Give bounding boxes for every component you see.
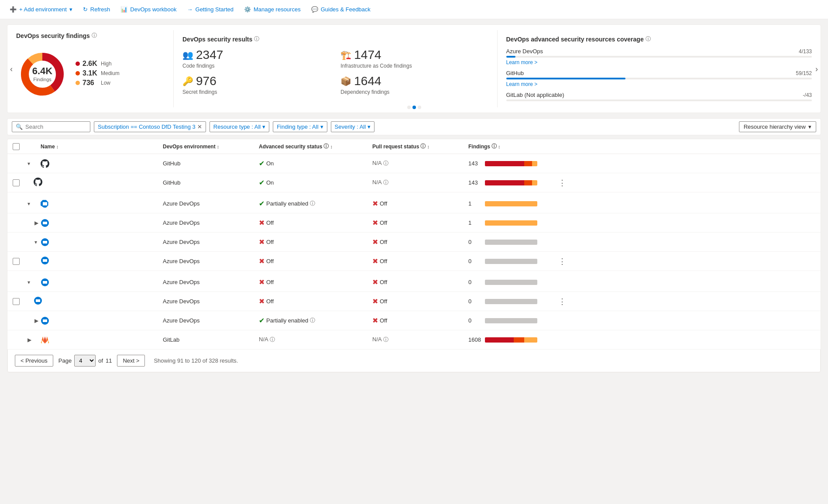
medium-dot: [76, 71, 80, 75]
row-findings: 143: [468, 179, 556, 186]
row-pr-status: ✖ Off: [372, 219, 468, 227]
findings-bar: [485, 180, 537, 185]
findings-bar: [485, 161, 537, 166]
guides-button[interactable]: 💬 Guides & Feedback: [307, 3, 375, 15]
previous-button[interactable]: < Previous: [15, 355, 53, 367]
results-card: DevOps security results ⓘ 👥 2347 Code fi…: [174, 25, 497, 113]
secret-icon: 🔑: [182, 76, 193, 86]
finding-type-filter[interactable]: Finding type : All ▾: [273, 121, 327, 132]
expand-button[interactable]: ▾: [27, 278, 31, 286]
row-checkbox[interactable]: [13, 298, 20, 305]
header-findings[interactable]: Findings ⓘ ↕: [468, 143, 556, 150]
devops-workbook-button[interactable]: 📊 DevOps workbook: [116, 3, 181, 15]
expand-button[interactable]: ▶: [27, 336, 32, 344]
coverage-title: DevOps advanced security resources cover…: [506, 36, 644, 43]
header-adv-security[interactable]: Advanced security status ⓘ ↕: [259, 143, 372, 150]
guides-label: Guides & Feedback: [321, 6, 371, 13]
page-select[interactable]: 4 123 567 891011: [74, 355, 96, 367]
results-text: Showing 91 to 120 of 328 results.: [154, 357, 238, 364]
code-icon: 👥: [182, 50, 193, 60]
row-adv-status: ✔ On: [259, 178, 372, 187]
iac-label: Infrastructure as Code findings: [340, 63, 488, 69]
header-pr-status[interactable]: Pull request status ⓘ ↕: [372, 143, 468, 150]
getting-started-button[interactable]: → Getting Started: [183, 3, 238, 15]
view-label: Resource hierarchy view: [744, 123, 806, 130]
table-row: GitHub ✔ On N/A ⓘ 143 ⋮: [7, 173, 821, 192]
github-fill: [506, 78, 625, 79]
row-adv-status: ✔ Partially enabled ⓘ: [259, 316, 372, 325]
azure-devops-icon: [41, 219, 49, 227]
findings-info-icon[interactable]: ⓘ: [491, 143, 497, 150]
row-findings: 0: [468, 239, 556, 245]
header-name[interactable]: Name ↕: [41, 144, 163, 150]
row-pr-status: ✖ Off: [372, 257, 468, 265]
refresh-button[interactable]: ↻ Refresh: [79, 3, 115, 15]
more-button[interactable]: ⋮: [556, 178, 569, 188]
more-button[interactable]: ⋮: [556, 297, 569, 306]
row-env: Azure DevOps: [163, 258, 259, 264]
expand-button[interactable]: ▶: [34, 219, 39, 227]
donut-info-icon[interactable]: ⓘ: [92, 32, 97, 39]
more-button[interactable]: ⋮: [556, 257, 569, 266]
search-input[interactable]: [25, 123, 86, 130]
gitlab-progress: [506, 99, 812, 101]
dependency-icon: 📦: [340, 76, 351, 86]
carousel-next-button[interactable]: ›: [812, 61, 821, 77]
severity-filter[interactable]: Severity : All ▾: [331, 121, 375, 132]
row-adv-status: ✖ Off: [259, 278, 372, 286]
findings-bar: [485, 318, 537, 323]
search-icon: 🔍: [16, 123, 23, 130]
results-title: DevOps security results: [182, 36, 252, 43]
expand-button[interactable]: ▾: [27, 200, 31, 208]
expand-button[interactable]: ▾: [34, 238, 38, 246]
table-row: ▾ Azure DevOps ✖ Off ✖ Off 0: [7, 273, 821, 292]
donut-legend: 2.6K High 3.1K Medium 736 Low: [76, 60, 120, 89]
carousel-prev-button[interactable]: ‹: [7, 61, 16, 77]
adv-info-icon[interactable]: ⓘ: [323, 143, 329, 150]
header-checkbox-col: [13, 143, 27, 150]
results-info-icon[interactable]: ⓘ: [254, 35, 259, 43]
search-box: 🔍: [12, 121, 90, 132]
row-name-cell: [41, 336, 163, 344]
row-pr-status: N/A ⓘ: [372, 160, 468, 167]
subscription-filter[interactable]: Subscription == Contoso DfD Testing 3 ✕: [94, 121, 206, 132]
github-icon: [34, 178, 42, 186]
manage-resources-button[interactable]: ⚙️ Manage resources: [240, 3, 305, 15]
row-adv-status: ✖ Off: [259, 257, 372, 265]
pr-info-icon[interactable]: ⓘ: [420, 143, 426, 150]
chevron-down-icon-2: ▾: [320, 123, 323, 130]
iac-findings: 🏗️ 1474 Infrastructure as Code findings: [340, 48, 488, 69]
toolbar: ➕ + Add environment ▾ ↻ Refresh 📊 DevOps…: [0, 0, 828, 19]
code-label: Code findings: [182, 63, 330, 69]
low-dot: [76, 81, 80, 85]
azure-devops-learn-more[interactable]: Learn more >: [506, 59, 538, 65]
coverage-info-icon[interactable]: ⓘ: [646, 35, 651, 43]
resource-hierarchy-view-button[interactable]: Resource hierarchy view ▾: [739, 121, 816, 132]
row-checkbox[interactable]: [13, 258, 20, 265]
row-env: GitHub: [163, 160, 259, 167]
expand-button[interactable]: ▶: [34, 317, 39, 325]
azure-devops-icon: [41, 238, 49, 247]
resource-type-filter[interactable]: Resource type : All ▾: [210, 121, 269, 132]
results-grid: 👥 2347 Code findings 🏗️ 1474 Infrastruct…: [182, 48, 488, 95]
donut-label: Findings: [32, 77, 52, 82]
azure-devops-fill: [506, 56, 515, 58]
row-checkbox[interactable]: [13, 179, 20, 186]
row-env: GitLab: [163, 336, 259, 343]
header-devops-env[interactable]: DevOps environment ↕: [163, 144, 259, 150]
arrow-icon: →: [187, 6, 193, 13]
table-row: ▶ GitLab N/A ⓘ N/A ⓘ 1608: [7, 330, 821, 350]
row-name-cell: [41, 278, 163, 287]
low-value: 736: [82, 79, 98, 87]
next-button[interactable]: Next >: [117, 355, 145, 367]
table-row: Azure DevOps ✖ Off ✖ Off 0 ⋮: [7, 252, 821, 271]
findings-bar: [485, 299, 537, 304]
github-learn-more[interactable]: Learn more >: [506, 81, 538, 87]
adv-sort-icon: ↕: [330, 144, 333, 149]
expand-button[interactable]: ▾: [27, 160, 31, 168]
select-all-checkbox[interactable]: [13, 143, 20, 150]
add-environment-button[interactable]: ➕ + Add environment ▾: [5, 3, 77, 15]
row-findings: 0: [468, 279, 556, 285]
summary-cards: ‹ DevOps security findings ⓘ 6.4K: [7, 24, 821, 113]
donut-center: 6.4K Findings: [32, 65, 52, 83]
